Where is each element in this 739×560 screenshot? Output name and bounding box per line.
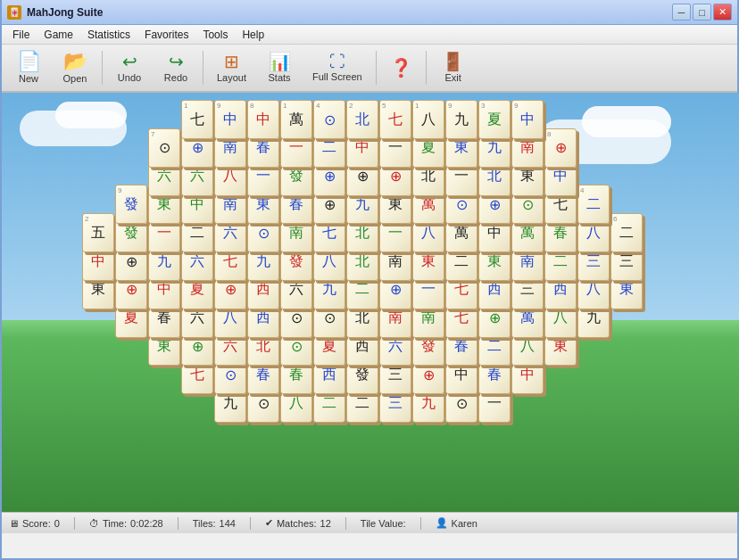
fullscreen-button[interactable]: ⛶ Full Screen <box>304 48 370 87</box>
menu-bar: File Game Statistics Favorites Tools Hel… <box>2 25 737 45</box>
status-bar: 🖥 Score: 0 ⏱ Time: 0:02:28 Tiles: 144 ✔ … <box>2 512 737 533</box>
mahjong-tile[interactable]: 8中 <box>247 100 279 139</box>
layout-button[interactable]: ⊞ Layout <box>209 48 254 87</box>
matches-label: Matches: <box>277 518 317 529</box>
open-label: Open <box>63 73 87 84</box>
mahjong-tile[interactable]: 1八 <box>412 100 444 139</box>
status-sep-1 <box>74 517 75 530</box>
mahjong-tile[interactable]: 2五 <box>82 213 114 252</box>
score-icon: 🖥 <box>9 518 19 529</box>
mahjong-tile[interactable]: 9中 <box>511 100 544 139</box>
matches-value: 12 <box>320 518 331 529</box>
new-button[interactable]: 📄 New <box>7 48 50 87</box>
open-icon: 📂 <box>63 52 87 71</box>
time-icon: ⏱ <box>89 518 99 529</box>
mahjong-tile[interactable]: 7⊙ <box>148 128 180 168</box>
mahjong-tile[interactable]: 6二 <box>610 213 643 252</box>
toolbar-separator-1 <box>102 51 103 85</box>
status-score: 🖥 Score: 0 <box>9 518 60 529</box>
mahjong-tile[interactable]: 4⊙ <box>313 100 345 139</box>
mahjong-tile[interactable]: 1萬 <box>280 100 312 139</box>
stats-icon: 📊 <box>269 53 291 70</box>
mahjong-tile[interactable]: 2北 <box>346 100 378 139</box>
fullscreen-label: Full Screen <box>312 71 362 82</box>
mahjong-tile[interactable]: 1七 <box>181 100 213 139</box>
undo-icon: ↩ <box>122 53 137 70</box>
open-button[interactable]: 📂 Open <box>54 48 96 87</box>
mahjong-tile[interactable]: 5七 <box>379 100 411 139</box>
exit-button[interactable]: 🚪 Exit <box>432 48 475 87</box>
exit-icon: 🚪 <box>442 53 464 70</box>
mahjong-tile[interactable]: 3夏 <box>478 100 511 139</box>
minimize-button[interactable]: ─ <box>672 4 691 21</box>
game-area: 1七9中8中1萬4⊙2北5七1八9九3夏9中7⊙3⊕8南8春1一4二1中1一5夏… <box>2 93 739 512</box>
close-button[interactable]: ✕ <box>713 4 732 21</box>
layout-label: Layout <box>217 72 246 83</box>
mahjong-tile[interactable]: 9中 <box>214 100 246 139</box>
menu-tools[interactable]: Tools <box>195 27 235 43</box>
mahjong-tile[interactable]: 9九 <box>445 100 477 139</box>
status-matches: ✔ Matches: 12 <box>265 517 331 529</box>
score-label: Score: <box>22 518 51 529</box>
app-icon: 🀄 <box>7 5 21 20</box>
stats-button[interactable]: 📊 Stats <box>258 48 301 87</box>
time-label: Time: <box>103 518 127 529</box>
new-label: New <box>19 73 38 84</box>
redo-button[interactable]: ↪ Redo <box>154 48 197 87</box>
toolbar-separator-3 <box>376 51 377 85</box>
mahjong-board: 1七9中8中1萬4⊙2北5七1八9九3夏9中7⊙3⊕8南8春1一4二1中1一5夏… <box>82 100 660 503</box>
main-window: 🀄 MahJong Suite ─ □ ✕ File Game Statisti… <box>0 0 739 560</box>
time-value: 0:02:28 <box>130 518 163 529</box>
help-button[interactable]: ❓ <box>382 48 420 87</box>
tile-value-label: Tile Value: <box>361 518 406 529</box>
menu-statistics[interactable]: Statistics <box>80 27 137 43</box>
fullscreen-icon: ⛶ <box>329 54 345 70</box>
status-sep-3 <box>250 517 251 530</box>
undo-button[interactable]: ↩ Undo <box>108 48 151 87</box>
new-icon: 📄 <box>17 52 41 71</box>
toolbar-separator-2 <box>203 51 203 85</box>
menu-favorites[interactable]: Favorites <box>137 27 195 43</box>
status-sep-4 <box>345 517 346 530</box>
status-sep-5 <box>420 517 421 530</box>
toolbar: 📄 New 📂 Open ↩ Undo ↪ Redo ⊞ Layout 📊 St… <box>2 45 737 93</box>
menu-file[interactable]: File <box>5 27 37 43</box>
stats-label: Stats <box>268 72 290 83</box>
user-name: Karen <box>452 518 477 529</box>
toolbar-separator-4 <box>426 51 427 85</box>
status-user: 👤 Karen <box>436 517 477 529</box>
maximize-button[interactable]: □ <box>693 4 711 21</box>
mahjong-tile[interactable]: 8⊕ <box>544 128 577 168</box>
window-title: MahJong Suite <box>27 6 672 19</box>
status-time: ⏱ Time: 0:02:28 <box>89 518 163 529</box>
status-tile-value: Tile Value: <box>361 518 406 529</box>
undo-label: Undo <box>118 72 141 83</box>
user-icon: 👤 <box>436 517 448 529</box>
matches-icon: ✔ <box>265 517 273 529</box>
help-icon: ❓ <box>390 59 412 77</box>
title-bar: 🀄 MahJong Suite ─ □ ✕ <box>2 0 737 25</box>
menu-game[interactable]: Game <box>37 27 80 43</box>
status-tiles: Tiles: 144 <box>193 518 236 529</box>
tiles-label: Tiles: <box>193 518 216 529</box>
redo-icon: ↪ <box>169 53 184 70</box>
layout-icon: ⊞ <box>224 53 239 70</box>
status-sep-2 <box>178 517 179 530</box>
window-controls: ─ □ ✕ <box>672 4 732 21</box>
exit-label: Exit <box>445 72 461 83</box>
score-value: 0 <box>54 518 60 529</box>
tiles-value: 144 <box>220 518 236 529</box>
menu-help[interactable]: Help <box>235 27 271 43</box>
mahjong-tile[interactable]: 4二 <box>577 185 610 224</box>
mahjong-tile[interactable]: 9發 <box>115 185 147 224</box>
redo-label: Redo <box>164 72 187 83</box>
